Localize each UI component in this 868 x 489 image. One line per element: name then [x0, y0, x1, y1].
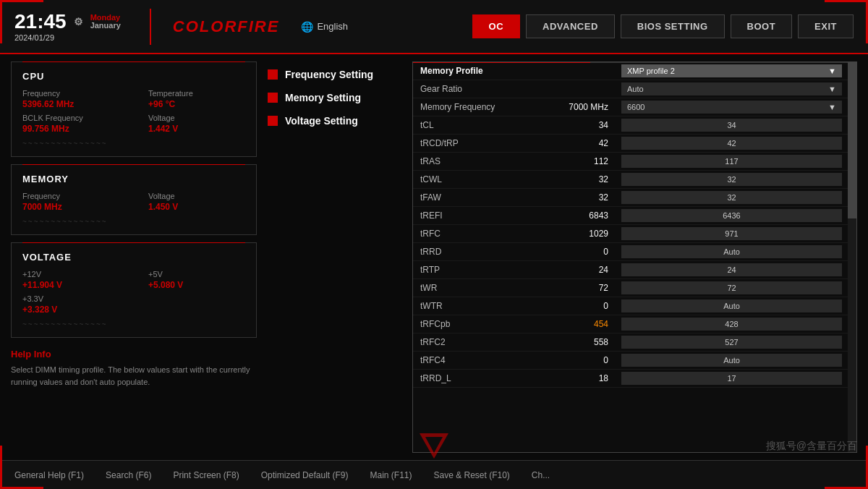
help-title: Help Info [11, 349, 257, 360]
bottom-optimized-default[interactable]: Optimized Default (F9) [261, 470, 349, 480]
cpu-info-box: CPU Frequency 5396.62 MHz Temperature +9… [11, 61, 257, 157]
memory-wave: ~~~~~~~~~~~~~~~ [22, 218, 245, 226]
table-row[interactable]: tRFC 1029 971 [413, 225, 848, 243]
current-value: 0 [558, 297, 616, 315]
frequency-setting-item[interactable]: Frequency Setting [268, 69, 412, 80]
current-value: 34 [558, 116, 616, 135]
set-value[interactable]: 72 [616, 279, 848, 297]
set-value[interactable]: 428 [616, 315, 848, 333]
param-label: tWR [413, 279, 558, 297]
cpu-temperature-value: +96 °C [148, 99, 245, 109]
bottom-save-reset[interactable]: Save & Reset (F10) [433, 470, 509, 480]
table-row[interactable]: tWTR 0 Auto [413, 297, 848, 315]
help-text: Select DIMM timing profile. The below va… [11, 364, 257, 388]
left-panel: CPU Frequency 5396.62 MHz Temperature +9… [11, 61, 257, 453]
param-label: Memory Frequency [413, 98, 558, 116]
nav-oc-button[interactable]: OC [472, 14, 521, 38]
nav-boot-button[interactable]: BOOT [731, 14, 793, 38]
table-row[interactable]: tCL 34 34 [413, 116, 848, 135]
set-value[interactable]: 24 [616, 261, 848, 279]
v5-value: +5.080 V [148, 280, 245, 290]
frequency-setting-label: Frequency Setting [285, 69, 373, 80]
voltage-indicator [268, 116, 278, 126]
memory-setting-item[interactable]: Memory Setting [268, 92, 412, 103]
set-value[interactable]: 32 [616, 171, 848, 189]
current-value: 1029 [558, 225, 616, 243]
current-value: 72 [558, 279, 616, 297]
current-value [558, 80, 616, 98]
memory-indicator [268, 93, 278, 103]
table-row[interactable]: tRFC2 558 527 [413, 333, 848, 352]
table-row[interactable]: tRRD_L 18 17 [413, 370, 848, 388]
current-value: 112 [558, 153, 616, 171]
corner-decoration-br [825, 446, 868, 489]
v12-label: +12V [22, 270, 119, 278]
set-value[interactable]: 34 [616, 116, 848, 135]
set-value[interactable]: 6436 [616, 207, 848, 225]
bottom-print-screen[interactable]: Print Screen (F8) [173, 470, 239, 480]
bottom-ch: Ch... [532, 470, 550, 480]
param-label: tFAW [413, 189, 558, 207]
scrollbar-thumb[interactable] [848, 62, 856, 218]
param-label: Gear Ratio [413, 80, 558, 98]
table-row[interactable]: tRTP 24 24 [413, 261, 848, 279]
table-row[interactable]: tRRD 0 Auto [413, 243, 848, 261]
set-value[interactable]: XMP profile 2▼ [616, 62, 848, 80]
current-value: 0 [558, 243, 616, 261]
memory-voltage-value: 1.450 V [148, 202, 245, 212]
table-row[interactable]: Memory Profile XMP profile 2▼ [413, 62, 848, 80]
voltage-title: VOLTAGE [22, 252, 245, 263]
set-value[interactable]: 527 [616, 333, 848, 352]
current-value: 18 [558, 370, 616, 388]
param-label: tCL [413, 116, 558, 135]
bottom-main[interactable]: Main (F11) [370, 470, 412, 480]
table-row[interactable]: tWR 72 72 [413, 279, 848, 297]
current-value: 32 [558, 171, 616, 189]
cpu-bclk-value: 99.756 MHz [22, 124, 119, 134]
brand-logo: COLORFIRE [173, 17, 280, 36]
voltage-setting-item[interactable]: Voltage Setting [268, 115, 412, 127]
frequency-indicator [268, 69, 278, 80]
set-value[interactable]: 42 [616, 135, 848, 153]
scrollbar[interactable] [848, 62, 856, 452]
table-row[interactable]: Memory Frequency 7000 MHz 6600▼ [413, 98, 848, 116]
set-value[interactable]: 971 [616, 225, 848, 243]
table-row[interactable]: tRFCpb 454 428 [413, 315, 848, 333]
param-label: tRFC2 [413, 333, 558, 352]
param-label: tCWL [413, 171, 558, 189]
memory-settings-panel: Memory Profile XMP profile 2▼ Gear Ratio… [412, 61, 857, 453]
nav-advanced-button[interactable]: ADVANCED [526, 14, 615, 38]
nav-bios-setting-button[interactable]: BIOS SETTING [621, 14, 725, 38]
cpu-frequency-value: 5396.62 MHz [22, 99, 119, 109]
param-label: tRAS [413, 153, 558, 171]
corner-decoration-tr [825, 0, 868, 43]
cpu-wave: ~~~~~~~~~~~~~~~ [22, 140, 245, 148]
set-value[interactable]: 117 [616, 153, 848, 171]
table-row[interactable]: tRAS 112 117 [413, 153, 848, 171]
v5-label: +5V [148, 270, 245, 278]
set-value[interactable]: Auto▼ [616, 80, 848, 98]
current-value [558, 62, 616, 80]
table-row[interactable]: tRFC4 0 Auto [413, 352, 848, 370]
set-value[interactable]: 6600▼ [616, 98, 848, 116]
set-value[interactable]: 32 [616, 189, 848, 207]
memory-table: Memory Profile XMP profile 2▼ Gear Ratio… [413, 62, 848, 388]
table-row[interactable]: tFAW 32 32 [413, 189, 848, 207]
current-value: 32 [558, 189, 616, 207]
set-value[interactable]: Auto [616, 297, 848, 315]
param-label: Memory Profile [413, 62, 558, 80]
triangle-inner [425, 437, 443, 453]
set-value[interactable]: Auto [616, 352, 848, 370]
bottom-search[interactable]: Search (F6) [106, 470, 151, 480]
current-value: 558 [558, 333, 616, 352]
table-row[interactable]: tRCD/tRP 42 42 [413, 135, 848, 153]
set-value[interactable]: Auto [616, 243, 848, 261]
table-row[interactable]: tREFI 6843 6436 [413, 207, 848, 225]
header: 21:45 ⚙ Monday January 2024/01/29 COLORF… [0, 0, 868, 54]
cpu-frequency-label: Frequency [22, 89, 119, 98]
current-value: 454 [558, 315, 616, 333]
table-row[interactable]: Gear Ratio Auto▼ [413, 80, 848, 98]
set-value[interactable]: 17 [616, 370, 848, 388]
language-section[interactable]: 🌐 English [301, 21, 348, 33]
table-row[interactable]: tCWL 32 32 [413, 171, 848, 189]
